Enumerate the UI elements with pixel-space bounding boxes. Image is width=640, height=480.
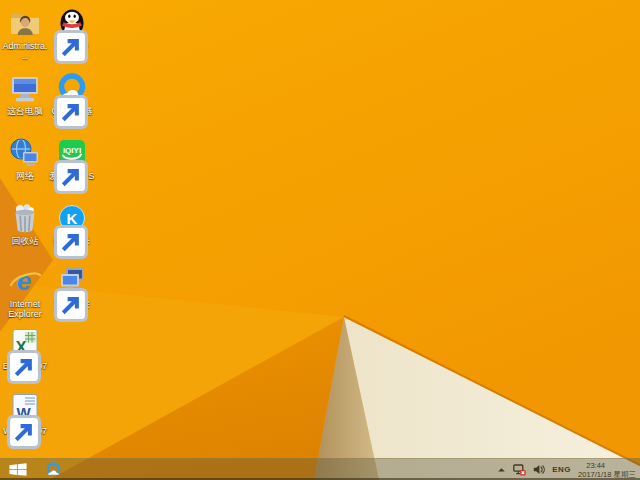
network-globe-icon [8, 136, 42, 170]
show-hidden-icons-button[interactable] [497, 459, 506, 480]
wallpaper [0, 0, 640, 480]
iqiyi-wordmark: iQIYI [63, 146, 81, 155]
desktop-icon-network[interactable]: 网络 [2, 136, 48, 181]
desktop-icon-internet-explorer[interactable]: e Internet Explorer [2, 264, 48, 319]
internet-explorer-icon: e [8, 264, 42, 298]
shortcut-arrow-icon [54, 160, 65, 171]
desktop-icon-excel-2007[interactable]: X Excel 2007 [2, 326, 48, 371]
kugou-icon: K [55, 201, 89, 235]
shortcut-arrow-icon [54, 30, 65, 41]
word-icon: W [8, 391, 42, 425]
qq-penguin-icon [55, 6, 89, 40]
desktop-icon-iqiyi-pps[interactable]: iQIYI 爱奇艺PPS [49, 136, 95, 181]
broadband-connection-icon [55, 264, 89, 298]
desktop-icon-label: Administra... [2, 41, 48, 61]
desktop-icon-label: 网络 [16, 171, 34, 181]
taskbar: ENG 23:44 2017/1/18 星期三 [0, 458, 640, 480]
desktop-icon-tencent-qq[interactable]: 腾讯QQ [49, 6, 95, 51]
chevron-up-icon [497, 466, 506, 474]
desktop-icon-broadband[interactable]: 宽带连接 [49, 264, 95, 309]
desktop-icon-administrator[interactable]: Administra... [2, 6, 48, 61]
computer-icon [8, 71, 42, 105]
qq-browser-icon [45, 461, 62, 478]
desktop-icon-qq-browser[interactable]: QQ浏览器 [49, 71, 95, 116]
network-status-icon[interactable] [513, 459, 526, 480]
desktop-icon-word-2007[interactable]: W Word 2007 [2, 391, 48, 436]
clock-time: 23:44 [578, 461, 605, 470]
ie-e-glyph: e [17, 266, 31, 296]
desktop-icon-recycle-bin[interactable]: 回收站 [2, 201, 48, 246]
desktop-icon-label: Internet Explorer [2, 299, 48, 319]
iqiyi-icon: iQIYI [55, 136, 89, 170]
desktop-icon-label: 回收站 [12, 236, 39, 246]
language-indicator[interactable]: ENG [552, 465, 571, 474]
recycle-bin-icon [8, 201, 42, 235]
taskbar-pinned-qq-browser[interactable] [40, 459, 66, 480]
shortcut-arrow-icon [54, 288, 65, 299]
qq-browser-icon [55, 71, 89, 105]
network-disconnected-icon [513, 464, 526, 476]
shortcut-arrow-icon [54, 95, 65, 106]
speaker-icon [533, 464, 545, 475]
shortcut-arrow-icon [7, 350, 18, 361]
desktop-icon-label: 这台电脑 [7, 106, 43, 116]
desktop-icon-kugou-music[interactable]: K 酷狗音乐 [49, 201, 95, 246]
kugou-k-glyph: K [67, 210, 78, 227]
user-folder-icon [8, 6, 42, 40]
start-button[interactable] [0, 459, 36, 480]
system-tray: ENG 23:44 2017/1/18 星期三 [497, 459, 640, 480]
desktop-icon-this-pc[interactable]: 这台电脑 [2, 71, 48, 116]
shortcut-arrow-icon [7, 415, 18, 426]
excel-icon: X [8, 326, 42, 360]
shortcut-arrow-icon [54, 225, 65, 236]
windows-logo-icon [9, 463, 27, 476]
taskbar-clock[interactable]: 23:44 2017/1/18 星期三 [578, 461, 636, 479]
volume-button[interactable] [533, 459, 545, 480]
